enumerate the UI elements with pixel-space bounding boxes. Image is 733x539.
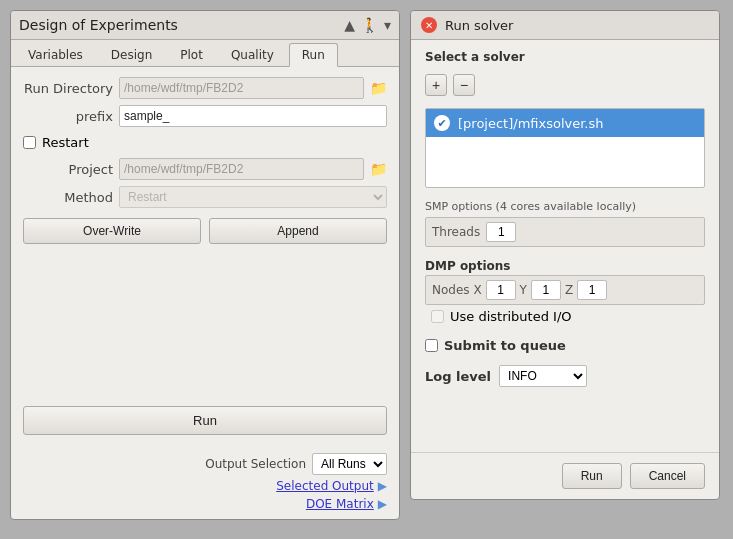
overwrite-append-row: Over-Write Append: [23, 218, 387, 244]
project-row: Project 📁: [23, 158, 387, 180]
run-directory-folder-icon[interactable]: 📁: [370, 80, 387, 96]
restart-row: Restart: [23, 135, 387, 150]
output-selection-select[interactable]: All Runs: [312, 453, 387, 475]
run-solver-panel: ✕ Run solver Select a solver + − ✔ [proj…: [410, 10, 720, 500]
submit-to-queue-label: Submit to queue: [444, 338, 566, 353]
append-button[interactable]: Append: [209, 218, 387, 244]
solver-list-item[interactable]: ✔ [project]/mfixsolver.sh: [426, 109, 704, 137]
solver-content: Select a solver + − ✔ [project]/mfixsolv…: [411, 40, 719, 452]
smp-section: SMP options (4 cores available locally) …: [425, 200, 705, 247]
tab-quality[interactable]: Quality: [218, 43, 287, 66]
method-label: Method: [23, 190, 113, 205]
nodes-label: Nodes X: [432, 283, 482, 297]
person-icon[interactable]: 🚶: [361, 17, 378, 33]
dmp-label: DMP options: [425, 259, 705, 273]
submit-to-queue-row: Submit to queue: [425, 338, 705, 353]
solver-footer: Run Cancel: [411, 452, 719, 499]
close-button[interactable]: ✕: [421, 17, 437, 33]
output-selection-row: Output Selection All Runs: [23, 453, 387, 475]
doe-matrix-link[interactable]: DOE Matrix: [306, 497, 374, 511]
nodes-z-input[interactable]: [577, 280, 607, 300]
prefix-label: prefix: [23, 109, 113, 124]
doe-panel: Design of Experiments ▲ 🚶 ▾ Variables De…: [10, 10, 400, 520]
run-directory-label: Run Directory: [23, 81, 113, 96]
restart-checkbox[interactable]: [23, 136, 36, 149]
run-directory-row: Run Directory 📁: [23, 77, 387, 99]
y-label: Y: [520, 283, 527, 297]
log-level-row: Log level INFO DEBUG WARNING ERROR: [425, 365, 705, 387]
threads-row: Threads: [425, 217, 705, 247]
doe-title: Design of Experiments: [19, 17, 178, 33]
threads-input[interactable]: [486, 222, 516, 242]
doe-titlebar: Design of Experiments ▲ 🚶 ▾: [11, 11, 399, 40]
solver-title: Run solver: [445, 18, 513, 33]
doe-matrix-row: DOE Matrix ▶: [23, 497, 387, 511]
tab-plot[interactable]: Plot: [167, 43, 216, 66]
overwrite-button[interactable]: Over-Write: [23, 218, 201, 244]
log-level-select[interactable]: INFO DEBUG WARNING ERROR: [499, 365, 587, 387]
dmp-row: Nodes X Y Z: [425, 275, 705, 305]
method-select[interactable]: Restart: [119, 186, 387, 208]
run-button[interactable]: Run: [23, 406, 387, 435]
doe-titlebar-icons: ▲ 🚶 ▾: [344, 17, 391, 33]
solver-item-label: [project]/mfixsolver.sh: [458, 116, 604, 131]
tab-variables[interactable]: Variables: [15, 43, 96, 66]
use-distributed-io-row: Use distributed I/O: [431, 309, 705, 324]
solver-toolbar: + −: [425, 74, 705, 96]
smp-label: SMP options (4 cores available locally): [425, 200, 705, 213]
select-solver-label: Select a solver: [425, 50, 705, 64]
project-input[interactable]: [119, 158, 364, 180]
threads-label: Threads: [432, 225, 480, 239]
doe-matrix-arrow-icon[interactable]: ▶: [378, 497, 387, 511]
selected-output-link[interactable]: Selected Output: [276, 479, 374, 493]
chevron-down-icon[interactable]: ▾: [384, 17, 391, 33]
prefix-input[interactable]: [119, 105, 387, 127]
method-row: Method Restart: [23, 186, 387, 208]
restart-label: Restart: [42, 135, 89, 150]
selected-output-row: Selected Output ▶: [23, 479, 387, 493]
tab-design[interactable]: Design: [98, 43, 165, 66]
tab-run[interactable]: Run: [289, 43, 338, 67]
output-selection-label: Output Selection: [205, 457, 306, 471]
solver-titlebar: ✕ Run solver: [411, 11, 719, 40]
use-distributed-io-checkbox[interactable]: [431, 310, 444, 323]
nodes-x-input[interactable]: [486, 280, 516, 300]
project-label: Project: [23, 162, 113, 177]
submit-to-queue-checkbox[interactable]: [425, 339, 438, 352]
solver-check-icon: ✔: [434, 115, 450, 131]
dmp-section: DMP options Nodes X Y Z Use distributed …: [425, 259, 705, 324]
nodes-y-input[interactable]: [531, 280, 561, 300]
up-icon[interactable]: ▲: [344, 17, 355, 33]
doe-tabs: Variables Design Plot Quality Run: [11, 40, 399, 67]
solver-cancel-button[interactable]: Cancel: [630, 463, 705, 489]
solver-run-button[interactable]: Run: [562, 463, 622, 489]
use-distributed-io-label: Use distributed I/O: [450, 309, 572, 324]
solver-list: ✔ [project]/mfixsolver.sh: [425, 108, 705, 188]
selected-output-arrow-icon[interactable]: ▶: [378, 479, 387, 493]
prefix-row: prefix: [23, 105, 387, 127]
run-directory-input[interactable]: [119, 77, 364, 99]
z-label: Z: [565, 283, 573, 297]
log-level-label: Log level: [425, 369, 491, 384]
doe-content: Run Directory 📁 prefix Restart Project 📁…: [11, 67, 399, 445]
doe-bottom: Output Selection All Runs Selected Outpu…: [11, 445, 399, 519]
project-folder-icon[interactable]: 📁: [370, 161, 387, 177]
add-solver-button[interactable]: +: [425, 74, 447, 96]
remove-solver-button[interactable]: −: [453, 74, 475, 96]
